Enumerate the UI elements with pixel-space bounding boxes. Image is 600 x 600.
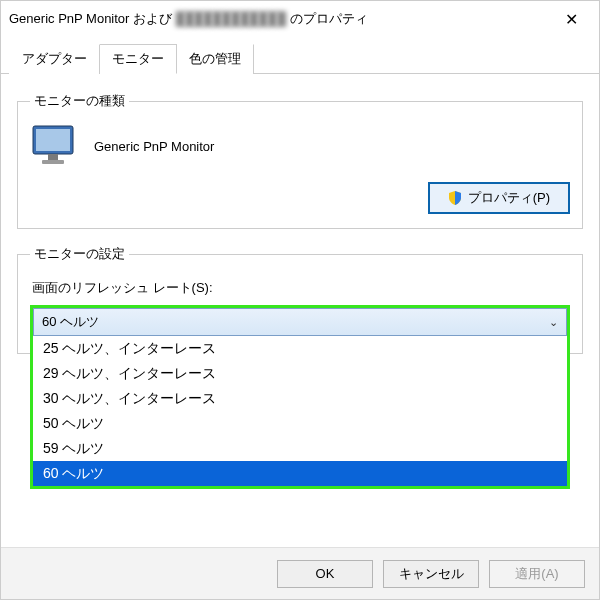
rate-option-selected[interactable]: 60 ヘルツ: [33, 461, 567, 486]
refresh-rate-dropdown: 25 ヘルツ、インターレース 29 ヘルツ、インターレース 30 ヘルツ、インタ…: [30, 336, 570, 489]
refresh-rate-highlight: 60 ヘルツ ⌄ 25 ヘルツ、インターレース 29 ヘルツ、インターレース 3…: [30, 305, 570, 339]
monitor-settings-legend: モニターの設定: [30, 245, 129, 263]
properties-button-label: プロパティ(P): [468, 189, 550, 207]
rate-option[interactable]: 29 ヘルツ、インターレース: [33, 361, 567, 386]
tab-content: モニターの種類 Generic PnP Monitor プロパティ(P): [1, 74, 599, 547]
svg-rect-1: [36, 129, 70, 151]
monitor-type-legend: モニターの種類: [30, 92, 129, 110]
refresh-rate-combobox[interactable]: 60 ヘルツ ⌄: [33, 308, 567, 336]
dialog-footer: OK キャンセル 適用(A): [1, 547, 599, 599]
close-button[interactable]: ✕: [551, 4, 591, 34]
monitor-row: Generic PnP Monitor: [30, 120, 570, 172]
title-prefix: Generic PnP Monitor および: [9, 11, 172, 26]
shield-icon: [448, 191, 462, 205]
monitor-name: Generic PnP Monitor: [94, 139, 214, 154]
title-suffix: のプロパティ: [290, 11, 368, 26]
chevron-down-icon: ⌄: [549, 316, 558, 329]
rate-option[interactable]: 30 ヘルツ、インターレース: [33, 386, 567, 411]
properties-button[interactable]: プロパティ(P): [428, 182, 570, 214]
svg-rect-3: [42, 160, 64, 164]
monitor-type-group: モニターの種類 Generic PnP Monitor プロパティ(P): [17, 92, 583, 229]
title-blurred: ████████████: [176, 11, 287, 26]
properties-button-row: プロパティ(P): [30, 182, 570, 214]
titlebar: Generic PnP Monitor および ████████████ のプロ…: [1, 1, 599, 37]
refresh-rate-selected: 60 ヘルツ: [42, 313, 99, 331]
svg-rect-2: [48, 154, 58, 160]
rate-option[interactable]: 50 ヘルツ: [33, 411, 567, 436]
refresh-rate-label: 画面のリフレッシュ レート(S):: [32, 279, 568, 297]
rate-option[interactable]: 59 ヘルツ: [33, 436, 567, 461]
ok-button[interactable]: OK: [277, 560, 373, 588]
tab-monitor[interactable]: モニター: [100, 44, 177, 74]
apply-button[interactable]: 適用(A): [489, 560, 585, 588]
close-icon: ✕: [565, 10, 578, 29]
tab-adapter[interactable]: アダプター: [9, 44, 100, 74]
rate-option[interactable]: 25 ヘルツ、インターレース: [33, 336, 567, 361]
cancel-button[interactable]: キャンセル: [383, 560, 479, 588]
properties-dialog: Generic PnP Monitor および ████████████ のプロ…: [0, 0, 600, 600]
window-title: Generic PnP Monitor および ████████████ のプロ…: [9, 10, 551, 28]
tab-strip: アダプター モニター 色の管理: [1, 39, 599, 74]
monitor-icon: [30, 124, 78, 168]
tab-color-management[interactable]: 色の管理: [177, 44, 254, 74]
monitor-settings-group: モニターの設定 画面のリフレッシュ レート(S): 60 ヘルツ ⌄ 25 ヘル…: [17, 245, 583, 354]
